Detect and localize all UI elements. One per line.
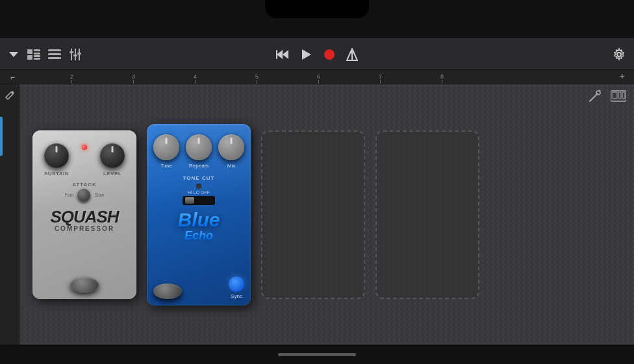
tone-dot [196,184,201,189]
svg-rect-2 [34,49,40,51]
attack-fast-label: Fast [65,193,74,197]
svg-point-26 [596,91,600,95]
tone-cut-label: TONE CUT [183,175,215,181]
svg-line-27 [599,90,600,91]
empty-pedal-slot-1[interactable] [261,130,365,299]
svg-marker-0 [9,52,18,57]
svg-rect-31 [622,92,625,99]
sustain-knob[interactable] [44,143,69,168]
toolbar-center [216,48,418,61]
empty-pedal-slot-2[interactable] [375,130,479,299]
cursor-icon: ⌐ [10,73,15,82]
metronome-button[interactable] [346,48,358,61]
svg-marker-19 [302,49,311,60]
repeats-label: Repeats [189,163,209,169]
ruler-mark-8: 8 [440,73,444,84]
ruler-inner: ⌐ 2 3 4 5 6 7 8 + [5,70,629,84]
rewind-button[interactable] [276,49,289,60]
mix-knob-group: Mix [218,134,244,169]
mix-label: Mix [227,163,235,169]
phone-notch [265,0,369,18]
squash-title-main: SQUASH [50,208,118,225]
repeats-knob-group: Repeats [186,134,212,169]
echo-footswitch[interactable] [153,284,182,299]
level-knob[interactable] [100,143,125,168]
toolbar-right [424,47,626,62]
ruler-mark-4: 4 [194,73,197,84]
svg-rect-9 [48,57,61,59]
repeats-knob[interactable] [186,134,212,160]
sync-button[interactable] [229,276,244,292]
switch-thumb [185,197,194,204]
mix-knob[interactable] [218,134,244,160]
pedal-board: SUSTAIN LEVEL ATTACK Fast Slow SQUASH CO [19,84,634,345]
phone-top-bar [0,0,634,39]
guitar-cable-icon[interactable] [589,90,602,103]
svg-rect-30 [618,92,621,99]
sustain-label: SUSTAIN [44,171,69,176]
echo-footer: Sync [153,276,244,299]
squash-compressor-pedal: SUSTAIN LEVEL ATTACK Fast Slow SQUASH CO [32,130,136,299]
pencil-icon[interactable] [5,90,15,103]
amp-icon[interactable] [611,90,626,103]
squash-title: SQUASH COMPRESSOR [50,208,118,232]
time-knob-group: Time [153,134,179,169]
squash-footswitch[interactable] [70,277,99,293]
level-knob-group: LEVEL [100,143,125,176]
list-view-button[interactable] [48,49,61,60]
svg-rect-4 [27,55,32,60]
ruler-mark-6: 6 [317,73,320,84]
add-track-icon[interactable]: + [620,71,625,81]
squash-title-sub: COMPRESSOR [50,225,118,232]
time-label: Time [160,163,171,169]
svg-point-20 [324,49,335,60]
attack-slow-label: Slow [94,193,104,197]
svg-point-25 [617,53,621,56]
echo-knobs-row: Time Repeats Mix [153,134,244,169]
svg-rect-14 [73,55,77,56]
red-led [82,145,87,150]
ruler-mark-3: 3 [132,73,135,84]
main-area: SUSTAIN LEVEL ATTACK Fast Slow SQUASH CO [0,84,634,345]
record-button[interactable] [323,48,336,61]
left-sidebar [0,84,19,345]
svg-rect-18 [276,50,277,59]
blue-echo-pedal: Time Repeats Mix TONE CUT HI LO OFF [147,124,251,306]
sync-label: Sync [231,293,242,299]
attack-knob[interactable] [77,189,90,202]
svg-rect-29 [612,92,617,99]
svg-rect-1 [27,49,32,54]
track-view-button[interactable] [27,49,40,60]
mixer-button[interactable] [69,49,82,60]
echo-title: Blue Echo [177,210,220,241]
svg-marker-17 [277,50,283,59]
track-color-strip [0,117,3,156]
attack-label: ATTACK [72,182,97,188]
dropdown-button[interactable] [8,49,19,60]
svg-rect-13 [70,51,73,53]
hilo-label: HI LO OFF [188,190,210,195]
home-indicator [278,353,356,356]
svg-rect-3 [34,53,40,55]
time-knob[interactable] [153,134,179,160]
svg-rect-8 [48,53,61,55]
phone-bottom-bar [0,345,634,364]
sync-section: Sync [229,276,244,299]
right-tools [589,90,626,103]
ruler-mark-2: 2 [70,73,73,84]
sustain-knob-group: SUSTAIN [44,143,69,176]
attack-row: Fast Slow [65,189,105,202]
svg-rect-7 [48,49,61,51]
level-label: LEVEL [103,171,121,176]
squash-knobs-row: SUSTAIN LEVEL [44,143,125,176]
settings-button[interactable] [612,47,626,62]
svg-rect-6 [34,58,40,60]
ruler-mark-5: 5 [255,73,259,84]
svg-marker-16 [283,50,288,59]
ruler-mark-7: 7 [379,73,382,84]
tone-cut-section: TONE CUT HI LO OFF [153,175,244,205]
play-button[interactable] [299,48,312,61]
hilo-switch[interactable] [183,196,215,205]
ruler: ⌐ 2 3 4 5 6 7 8 + [0,70,634,84]
toolbar-left [8,49,210,60]
